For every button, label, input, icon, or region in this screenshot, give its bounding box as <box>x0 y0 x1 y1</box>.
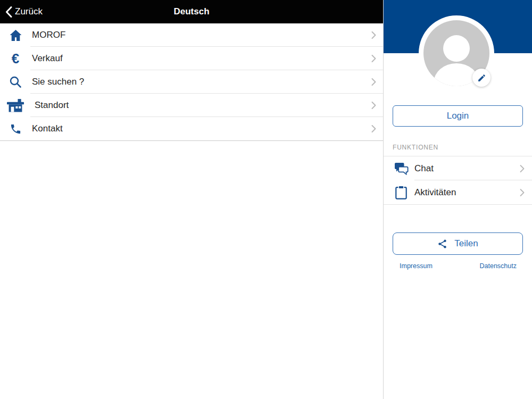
phone-icon <box>7 123 24 135</box>
section-label-funktionen: FUNKTIONEN <box>393 144 438 151</box>
menu-item-standort[interactable]: Standort <box>0 94 383 117</box>
footer-links: Impressum Datenschutz <box>400 262 517 270</box>
chevron-right-icon <box>371 78 376 86</box>
home-icon <box>7 29 24 41</box>
share-icon <box>437 239 447 249</box>
impressum-link[interactable]: Impressum <box>400 262 433 270</box>
edit-avatar-button[interactable] <box>472 69 491 87</box>
share-label: Teilen <box>454 238 478 249</box>
menu-item-label: Standort <box>32 100 69 111</box>
chevron-right-icon <box>371 125 376 133</box>
function-item-label: Chat <box>414 163 434 174</box>
app-screen: Zurück Deutsch MOROF € Verkauf <box>0 0 532 399</box>
clipboard-icon <box>394 186 409 200</box>
chevron-right-icon <box>520 188 525 196</box>
function-item-aktivitaeten[interactable]: Aktivitäten <box>384 180 532 204</box>
menu-item-label: Sie suchen ? <box>32 77 84 87</box>
menu-item-label: Verkauf <box>32 53 63 64</box>
menu-item-kontakt[interactable]: Kontakt <box>0 117 383 140</box>
chevron-right-icon <box>371 55 376 63</box>
datenschutz-link[interactable]: Datenschutz <box>480 262 517 270</box>
function-item-chat[interactable]: Chat <box>384 156 532 180</box>
menu-item-verkauf[interactable]: € Verkauf <box>0 47 383 70</box>
nav-bar: Zurück Deutsch <box>0 0 383 23</box>
store-icon <box>7 98 24 113</box>
chat-icon <box>394 162 409 175</box>
main-menu: MOROF € Verkauf Sie suchen ? <box>0 23 383 141</box>
chevron-right-icon <box>371 31 376 39</box>
pencil-icon <box>477 73 486 82</box>
menu-item-suchen[interactable]: Sie suchen ? <box>0 70 383 94</box>
page-title: Deutsch <box>0 6 383 17</box>
profile-panel: Login FUNKTIONEN Chat <box>383 0 532 399</box>
login-button[interactable]: Login <box>393 105 523 127</box>
menu-item-label: Kontakt <box>32 123 63 134</box>
main-panel: Zurück Deutsch MOROF € Verkauf <box>0 0 383 399</box>
share-button[interactable]: Teilen <box>393 232 523 255</box>
function-list: Chat Aktivitäten <box>384 156 532 205</box>
chevron-right-icon <box>371 102 376 110</box>
chevron-right-icon <box>520 164 525 172</box>
menu-item-morof[interactable]: MOROF <box>0 23 383 47</box>
function-item-label: Aktivitäten <box>414 187 456 198</box>
euro-icon: € <box>7 52 24 65</box>
search-icon <box>7 76 24 88</box>
menu-item-label: MOROF <box>32 30 65 40</box>
